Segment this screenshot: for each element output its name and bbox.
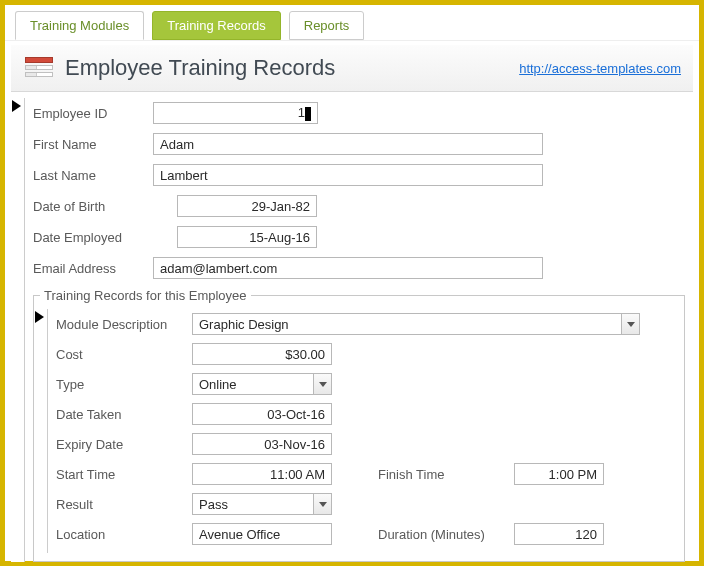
label-module-description: Module Description xyxy=(56,317,186,332)
chevron-down-icon xyxy=(319,382,327,387)
page-header: Employee Training Records http://access-… xyxy=(11,45,693,92)
label-result: Result xyxy=(56,497,186,512)
label-email: Email Address xyxy=(33,261,153,276)
tab-reports[interactable]: Reports xyxy=(289,11,365,40)
label-finish-time: Finish Time xyxy=(378,467,508,482)
employee-id-field[interactable]: 1 xyxy=(153,102,318,124)
location-field[interactable] xyxy=(192,523,332,545)
tab-training-modules[interactable]: Training Modules xyxy=(15,11,144,40)
subform-legend: Training Records for this Employee xyxy=(40,288,251,303)
start-time-field[interactable] xyxy=(192,463,332,485)
result-field[interactable] xyxy=(192,493,314,515)
label-employee-id: Employee ID xyxy=(33,106,153,121)
form-icon xyxy=(25,57,53,79)
employee-id-value: 1 xyxy=(298,105,305,120)
result-dropdown-button[interactable] xyxy=(314,493,332,515)
current-record-icon xyxy=(12,100,21,112)
date-employed-field[interactable] xyxy=(177,226,317,248)
label-date-taken: Date Taken xyxy=(56,407,186,422)
finish-time-field[interactable] xyxy=(514,463,604,485)
subform-record-selector[interactable] xyxy=(34,309,48,553)
type-dropdown-button[interactable] xyxy=(314,373,332,395)
header-link[interactable]: http://access-templates.com xyxy=(519,61,681,76)
page-title: Employee Training Records xyxy=(65,55,335,81)
label-type: Type xyxy=(56,377,186,392)
label-dob: Date of Birth xyxy=(33,199,153,214)
label-expiry-date: Expiry Date xyxy=(56,437,186,452)
tab-bar: Training Modules Training Records Report… xyxy=(5,5,699,41)
label-cost: Cost xyxy=(56,347,186,362)
chevron-down-icon xyxy=(319,502,327,507)
module-description-field[interactable] xyxy=(192,313,622,335)
expiry-date-field[interactable] xyxy=(192,433,332,455)
label-date-employed: Date Employed xyxy=(33,230,153,245)
label-start-time: Start Time xyxy=(56,467,186,482)
label-first-name: First Name xyxy=(33,137,153,152)
employee-form: Employee ID 1 First Name Last Name Date … xyxy=(25,98,689,562)
first-name-field[interactable] xyxy=(153,133,543,155)
current-record-icon xyxy=(35,311,44,323)
tab-training-records[interactable]: Training Records xyxy=(152,11,281,40)
text-cursor-icon xyxy=(305,107,311,121)
last-name-field[interactable] xyxy=(153,164,543,186)
email-field[interactable] xyxy=(153,257,543,279)
dob-field[interactable] xyxy=(177,195,317,217)
window-frame: Training Modules Training Records Report… xyxy=(0,0,704,566)
chevron-down-icon xyxy=(627,322,635,327)
cost-field[interactable] xyxy=(192,343,332,365)
record-selector[interactable] xyxy=(11,98,25,562)
type-field[interactable] xyxy=(192,373,314,395)
date-taken-field[interactable] xyxy=(192,403,332,425)
label-location: Location xyxy=(56,527,186,542)
label-duration: Duration (Minutes) xyxy=(378,527,508,542)
training-records-subform: Training Records for this Employee Modul… xyxy=(33,288,685,562)
module-dropdown-button[interactable] xyxy=(622,313,640,335)
duration-field[interactable] xyxy=(514,523,604,545)
label-last-name: Last Name xyxy=(33,168,153,183)
